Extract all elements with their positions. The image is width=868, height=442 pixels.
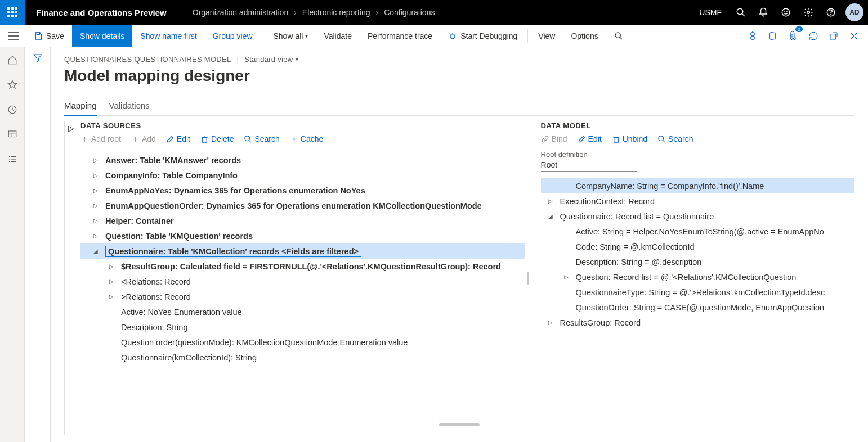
svg-point-2 — [782, 8, 790, 16]
chevron-right-icon: › — [292, 8, 299, 17]
save-button[interactable]: Save — [26, 25, 72, 47]
svg-line-15 — [455, 34, 455, 34]
top-bar: Finance and Operations Preview Organizat… — [0, 0, 868, 25]
breadcrumb-item[interactable]: Organization administration — [189, 8, 292, 17]
gear-icon[interactable] — [797, 0, 820, 25]
help-icon[interactable] — [820, 0, 842, 25]
popout-icon[interactable] — [825, 28, 842, 44]
command-bar: Save Show details Show name first Group … — [0, 25, 868, 47]
svg-line-17 — [620, 37, 622, 39]
svg-point-7 — [831, 14, 831, 15]
close-icon[interactable] — [845, 28, 862, 44]
options-menu[interactable]: Options — [563, 25, 606, 47]
svg-point-5 — [807, 11, 810, 14]
breadcrumb-item[interactable]: Configurations — [381, 8, 438, 17]
save-label: Save — [46, 31, 64, 40]
svg-point-3 — [784, 11, 785, 12]
start-debugging-button[interactable]: Start Debugging — [440, 25, 525, 47]
view-menu[interactable]: View — [530, 25, 563, 47]
show-details-button[interactable]: Show details — [72, 25, 132, 47]
separator — [263, 29, 263, 43]
validate-button[interactable]: Validate — [316, 25, 360, 47]
refresh-icon[interactable] — [805, 28, 822, 44]
show-all-label: Show all — [274, 31, 303, 40]
smiley-icon[interactable] — [775, 0, 797, 25]
attachments-icon[interactable]: 0 — [785, 28, 802, 44]
svg-point-4 — [787, 11, 788, 12]
svg-rect-11 — [37, 33, 39, 34]
chevron-down-icon: ▾ — [305, 33, 308, 39]
app-launcher[interactable] — [0, 0, 25, 25]
svg-line-14 — [450, 34, 450, 34]
show-name-first-button[interactable]: Show name first — [132, 25, 204, 47]
hamburger-icon[interactable] — [1, 25, 26, 47]
svg-point-12 — [450, 34, 455, 38]
performance-trace-button[interactable]: Performance trace — [360, 25, 440, 47]
svg-rect-18 — [830, 34, 835, 39]
chevron-right-icon: › — [373, 8, 381, 17]
start-debugging-label: Start Debugging — [460, 31, 517, 40]
legal-entity[interactable]: USMF — [691, 8, 730, 17]
svg-point-16 — [615, 33, 620, 38]
group-view-button[interactable]: Group view — [205, 25, 261, 47]
office-icon[interactable] — [764, 28, 781, 44]
svg-point-0 — [737, 8, 743, 15]
toolbar-search-icon[interactable] — [606, 25, 631, 47]
show-all-dropdown[interactable]: Show all▾ — [266, 25, 316, 47]
breadcrumb: Organization administration › Electronic… — [189, 8, 439, 17]
bell-icon[interactable] — [752, 0, 775, 25]
diamond-icon[interactable] — [744, 28, 761, 44]
avatar[interactable]: AD — [845, 3, 863, 21]
attachments-badge: 0 — [795, 26, 803, 32]
breadcrumb-item[interactable]: Electronic reporting — [299, 8, 374, 17]
waffle-icon — [7, 7, 17, 17]
svg-line-1 — [742, 13, 745, 16]
search-icon[interactable] — [730, 0, 752, 25]
app-title: Finance and Operations Preview — [25, 8, 178, 17]
separator — [527, 29, 528, 43]
